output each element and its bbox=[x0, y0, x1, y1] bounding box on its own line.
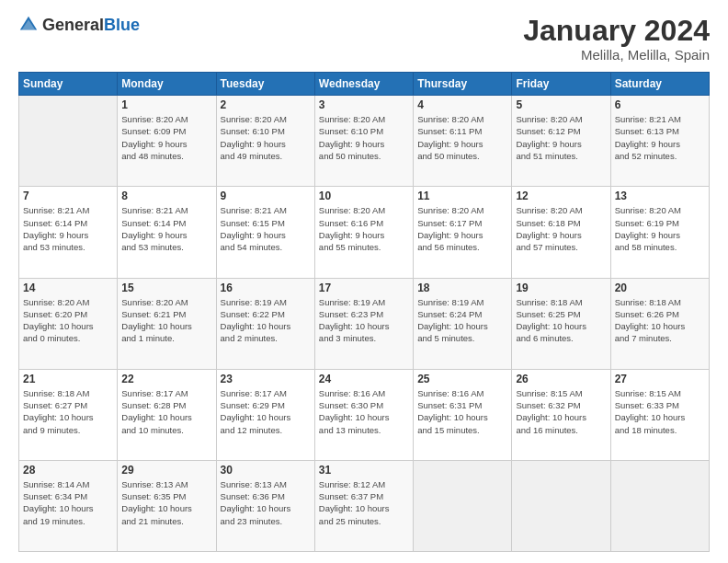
day-number: 12 bbox=[516, 190, 606, 202]
header: GeneralBlue January 2024 Melilla, Melill… bbox=[18, 15, 710, 63]
day-info: Sunrise: 8:12 AM Sunset: 6:37 PM Dayligh… bbox=[319, 478, 409, 527]
calendar-cell bbox=[19, 96, 118, 187]
location-title: Melilla, Melilla, Spain bbox=[523, 47, 710, 63]
day-number: 23 bbox=[221, 373, 311, 385]
calendar-cell: 6Sunrise: 8:21 AM Sunset: 6:13 PM Daylig… bbox=[610, 96, 709, 187]
calendar-table: SundayMondayTuesdayWednesdayThursdayFrid… bbox=[18, 72, 710, 552]
day-info: Sunrise: 8:18 AM Sunset: 6:26 PM Dayligh… bbox=[615, 296, 705, 345]
day-info: Sunrise: 8:21 AM Sunset: 6:15 PM Dayligh… bbox=[221, 204, 311, 253]
day-info: Sunrise: 8:13 AM Sunset: 6:36 PM Dayligh… bbox=[221, 478, 311, 527]
calendar-week-row: 1Sunrise: 8:20 AM Sunset: 6:09 PM Daylig… bbox=[19, 96, 710, 187]
day-info: Sunrise: 8:15 AM Sunset: 6:33 PM Dayligh… bbox=[615, 387, 705, 436]
calendar-header-row: SundayMondayTuesdayWednesdayThursdayFrid… bbox=[19, 73, 710, 96]
day-number: 22 bbox=[121, 373, 211, 385]
day-number: 11 bbox=[417, 190, 507, 202]
calendar-cell: 24Sunrise: 8:16 AM Sunset: 6:30 PM Dayli… bbox=[314, 369, 413, 460]
day-info: Sunrise: 8:20 AM Sunset: 6:12 PM Dayligh… bbox=[516, 113, 606, 162]
calendar-cell: 2Sunrise: 8:20 AM Sunset: 6:10 PM Daylig… bbox=[216, 96, 314, 187]
calendar-cell: 15Sunrise: 8:20 AM Sunset: 6:21 PM Dayli… bbox=[118, 278, 216, 369]
day-info: Sunrise: 8:18 AM Sunset: 6:25 PM Dayligh… bbox=[516, 296, 606, 345]
logo-text-blue: Blue bbox=[104, 16, 140, 34]
calendar-cell: 26Sunrise: 8:15 AM Sunset: 6:32 PM Dayli… bbox=[512, 369, 610, 460]
day-number: 3 bbox=[319, 98, 409, 111]
day-number: 2 bbox=[221, 98, 311, 111]
calendar-week-row: 28Sunrise: 8:14 AM Sunset: 6:34 PM Dayli… bbox=[19, 460, 710, 551]
day-info: Sunrise: 8:19 AM Sunset: 6:24 PM Dayligh… bbox=[417, 296, 507, 345]
day-number: 24 bbox=[319, 373, 409, 385]
day-number: 13 bbox=[615, 190, 705, 202]
calendar-cell: 14Sunrise: 8:20 AM Sunset: 6:20 PM Dayli… bbox=[19, 278, 118, 369]
calendar-cell bbox=[610, 460, 709, 551]
calendar-header-day: Tuesday bbox=[216, 73, 314, 96]
calendar-cell: 1Sunrise: 8:20 AM Sunset: 6:09 PM Daylig… bbox=[118, 96, 216, 187]
logo-text-general: General bbox=[42, 16, 104, 34]
day-info: Sunrise: 8:20 AM Sunset: 6:09 PM Dayligh… bbox=[121, 113, 211, 162]
day-info: Sunrise: 8:20 AM Sunset: 6:10 PM Dayligh… bbox=[221, 113, 311, 162]
calendar-cell: 31Sunrise: 8:12 AM Sunset: 6:37 PM Dayli… bbox=[314, 460, 413, 551]
day-number: 31 bbox=[319, 464, 409, 477]
page: GeneralBlue January 2024 Melilla, Melill… bbox=[0, 0, 728, 563]
day-info: Sunrise: 8:13 AM Sunset: 6:35 PM Dayligh… bbox=[121, 478, 211, 527]
calendar-cell: 27Sunrise: 8:15 AM Sunset: 6:33 PM Dayli… bbox=[610, 369, 709, 460]
logo-icon bbox=[18, 15, 39, 35]
calendar-cell: 13Sunrise: 8:20 AM Sunset: 6:19 PM Dayli… bbox=[610, 187, 709, 278]
day-info: Sunrise: 8:16 AM Sunset: 6:31 PM Dayligh… bbox=[417, 387, 507, 436]
day-info: Sunrise: 8:20 AM Sunset: 6:21 PM Dayligh… bbox=[121, 296, 211, 345]
day-info: Sunrise: 8:20 AM Sunset: 6:19 PM Dayligh… bbox=[615, 204, 705, 253]
day-info: Sunrise: 8:18 AM Sunset: 6:27 PM Dayligh… bbox=[23, 387, 113, 436]
calendar-cell bbox=[512, 460, 610, 551]
day-number: 28 bbox=[23, 464, 113, 477]
day-number: 26 bbox=[516, 373, 606, 385]
calendar-cell: 5Sunrise: 8:20 AM Sunset: 6:12 PM Daylig… bbox=[512, 96, 610, 187]
month-title: January 2024 bbox=[523, 15, 710, 47]
calendar-cell: 18Sunrise: 8:19 AM Sunset: 6:24 PM Dayli… bbox=[414, 278, 512, 369]
calendar-cell: 16Sunrise: 8:19 AM Sunset: 6:22 PM Dayli… bbox=[216, 278, 314, 369]
day-number: 17 bbox=[319, 282, 409, 294]
calendar-cell: 4Sunrise: 8:20 AM Sunset: 6:11 PM Daylig… bbox=[414, 96, 512, 187]
calendar-week-row: 21Sunrise: 8:18 AM Sunset: 6:27 PM Dayli… bbox=[19, 369, 710, 460]
calendar-cell: 25Sunrise: 8:16 AM Sunset: 6:31 PM Dayli… bbox=[414, 369, 512, 460]
calendar-cell: 7Sunrise: 8:21 AM Sunset: 6:14 PM Daylig… bbox=[19, 187, 118, 278]
day-number: 29 bbox=[121, 464, 211, 477]
day-info: Sunrise: 8:20 AM Sunset: 6:11 PM Dayligh… bbox=[417, 113, 507, 162]
day-number: 18 bbox=[417, 282, 507, 294]
calendar-cell: 11Sunrise: 8:20 AM Sunset: 6:17 PM Dayli… bbox=[414, 187, 512, 278]
day-number: 7 bbox=[23, 190, 113, 202]
day-number: 14 bbox=[23, 282, 113, 294]
day-number: 19 bbox=[516, 282, 606, 294]
day-info: Sunrise: 8:17 AM Sunset: 6:29 PM Dayligh… bbox=[221, 387, 311, 436]
calendar-header-day: Thursday bbox=[414, 73, 512, 96]
day-info: Sunrise: 8:20 AM Sunset: 6:10 PM Dayligh… bbox=[319, 113, 409, 162]
day-info: Sunrise: 8:21 AM Sunset: 6:14 PM Dayligh… bbox=[23, 204, 113, 253]
day-number: 5 bbox=[516, 98, 606, 111]
day-number: 21 bbox=[23, 373, 113, 385]
day-info: Sunrise: 8:17 AM Sunset: 6:28 PM Dayligh… bbox=[121, 387, 211, 436]
day-number: 10 bbox=[319, 190, 409, 202]
day-number: 9 bbox=[221, 190, 311, 202]
calendar-header-day: Saturday bbox=[610, 73, 709, 96]
calendar-cell: 12Sunrise: 8:20 AM Sunset: 6:18 PM Dayli… bbox=[512, 187, 610, 278]
day-number: 1 bbox=[121, 98, 211, 111]
calendar-header-day: Wednesday bbox=[314, 73, 413, 96]
calendar-cell: 22Sunrise: 8:17 AM Sunset: 6:28 PM Dayli… bbox=[118, 369, 216, 460]
calendar-cell: 23Sunrise: 8:17 AM Sunset: 6:29 PM Dayli… bbox=[216, 369, 314, 460]
calendar-cell: 19Sunrise: 8:18 AM Sunset: 6:25 PM Dayli… bbox=[512, 278, 610, 369]
day-number: 20 bbox=[615, 282, 705, 294]
calendar-cell: 21Sunrise: 8:18 AM Sunset: 6:27 PM Dayli… bbox=[19, 369, 118, 460]
calendar-cell: 8Sunrise: 8:21 AM Sunset: 6:14 PM Daylig… bbox=[118, 187, 216, 278]
calendar-cell bbox=[414, 460, 512, 551]
calendar-cell: 20Sunrise: 8:18 AM Sunset: 6:26 PM Dayli… bbox=[610, 278, 709, 369]
day-number: 30 bbox=[221, 464, 311, 477]
day-number: 6 bbox=[615, 98, 705, 111]
calendar-cell: 3Sunrise: 8:20 AM Sunset: 6:10 PM Daylig… bbox=[314, 96, 413, 187]
day-info: Sunrise: 8:21 AM Sunset: 6:13 PM Dayligh… bbox=[615, 113, 705, 162]
day-info: Sunrise: 8:20 AM Sunset: 6:20 PM Dayligh… bbox=[23, 296, 113, 345]
day-number: 15 bbox=[121, 282, 211, 294]
calendar-header-day: Sunday bbox=[19, 73, 118, 96]
calendar-header-day: Monday bbox=[118, 73, 216, 96]
day-info: Sunrise: 8:19 AM Sunset: 6:23 PM Dayligh… bbox=[319, 296, 409, 345]
day-info: Sunrise: 8:20 AM Sunset: 6:16 PM Dayligh… bbox=[319, 204, 409, 253]
calendar-week-row: 7Sunrise: 8:21 AM Sunset: 6:14 PM Daylig… bbox=[19, 187, 710, 278]
day-number: 25 bbox=[417, 373, 507, 385]
title-section: January 2024 Melilla, Melilla, Spain bbox=[523, 15, 710, 63]
